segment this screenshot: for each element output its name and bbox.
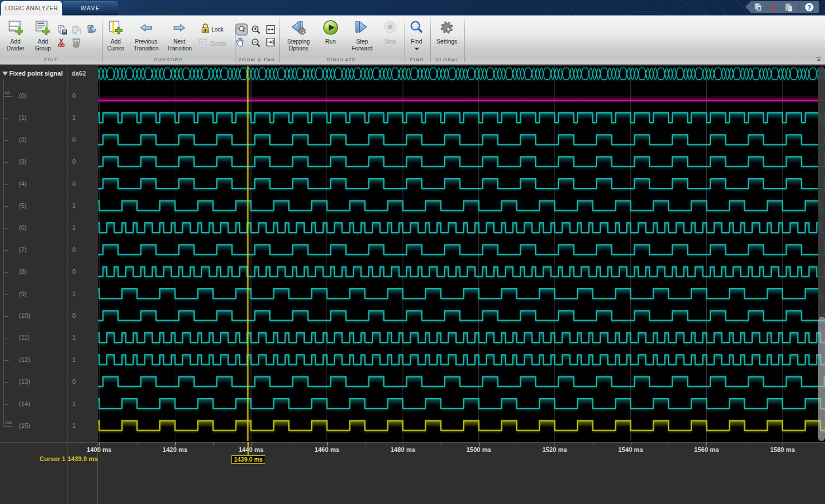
svg-text:?: ? (807, 4, 811, 11)
